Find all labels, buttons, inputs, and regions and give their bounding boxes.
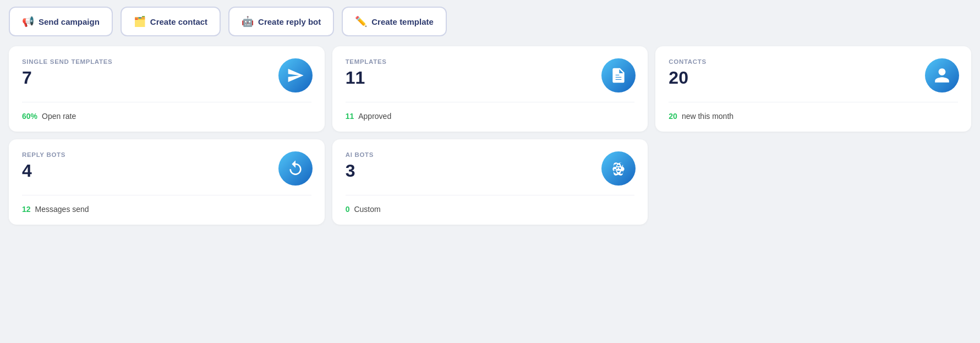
single-send-templates-detail: 60% Open rate	[22, 112, 311, 121]
send-campaign-button[interactable]: 📢 Send campaign	[9, 7, 113, 36]
create-template-icon: ✏️	[355, 15, 367, 28]
create-template-label: Create template	[371, 17, 434, 26]
ai-bots-card-icon	[601, 151, 636, 186]
divider	[346, 195, 635, 195]
create-template-button[interactable]: ✏️ Create template	[342, 7, 447, 36]
single-send-templates-detail-text: Open rate	[42, 112, 76, 121]
ai-bots-detail-text: Custom	[354, 205, 380, 214]
reply-bots-detail-num: 12	[22, 205, 31, 214]
divider	[22, 195, 311, 195]
ai-bots-detail-num: 0	[346, 205, 350, 214]
stats-grid: SINGLE SEND TEMPLATES 7 60% Open rate TE…	[9, 46, 971, 225]
single-send-templates-number: 7	[22, 68, 311, 88]
templates-card: TEMPLATES 11 11 Approved	[332, 46, 648, 132]
divider	[669, 102, 958, 102]
person-icon	[933, 67, 951, 84]
contacts-title: CONTACTS	[669, 58, 958, 65]
templates-number: 11	[346, 68, 635, 88]
create-reply-bot-label: Create reply bot	[258, 17, 321, 26]
reply-bots-number: 4	[22, 161, 311, 181]
contacts-card-icon	[925, 58, 959, 92]
divider	[346, 102, 635, 102]
reply-icon	[287, 160, 304, 177]
templates-detail: 11 Approved	[346, 112, 635, 121]
reply-bots-title: REPLY BOTS	[22, 151, 311, 158]
send-campaign-card-icon	[278, 58, 313, 92]
reply-bots-card: REPLY BOTS 4 12 Messages send	[9, 139, 325, 225]
reply-bots-detail-text: Messages send	[35, 205, 89, 214]
send-campaign-icon: 📢	[22, 15, 34, 28]
document-list-icon	[610, 67, 627, 84]
templates-detail-text: Approved	[358, 112, 391, 121]
single-send-templates-title: SINGLE SEND TEMPLATES	[22, 58, 311, 65]
single-send-templates-detail-num: 60%	[22, 112, 37, 121]
create-contact-icon: 🗂️	[134, 15, 146, 28]
single-send-templates-card: SINGLE SEND TEMPLATES 7 60% Open rate	[9, 46, 325, 132]
ai-bots-title: AI BOTS	[346, 151, 635, 158]
action-buttons-row: 📢 Send campaign 🗂️ Create contact 🤖 Crea…	[9, 7, 971, 36]
divider	[22, 102, 311, 102]
create-contact-button[interactable]: 🗂️ Create contact	[121, 7, 221, 36]
paper-plane-icon	[287, 67, 304, 84]
create-reply-bot-icon: 🤖	[242, 15, 254, 28]
create-reply-bot-button[interactable]: 🤖 Create reply bot	[228, 7, 334, 36]
create-contact-label: Create contact	[150, 17, 207, 26]
contacts-number: 20	[669, 68, 958, 88]
templates-detail-num: 11	[346, 112, 354, 121]
templates-card-icon	[601, 58, 636, 92]
contacts-detail-num: 20	[669, 112, 677, 121]
atom-icon	[610, 160, 627, 177]
ai-bots-number: 3	[346, 161, 635, 181]
reply-bots-detail: 12 Messages send	[22, 205, 311, 214]
contacts-card: CONTACTS 20 20 new this month	[655, 46, 971, 132]
reply-bots-card-icon	[278, 151, 313, 186]
ai-bots-detail: 0 Custom	[346, 205, 635, 214]
templates-title: TEMPLATES	[346, 58, 635, 65]
contacts-detail: 20 new this month	[669, 112, 958, 121]
send-campaign-label: Send campaign	[39, 17, 100, 26]
ai-bots-card: AI BOTS 3 0 Custom	[332, 139, 648, 225]
contacts-detail-text: new this month	[682, 112, 733, 121]
